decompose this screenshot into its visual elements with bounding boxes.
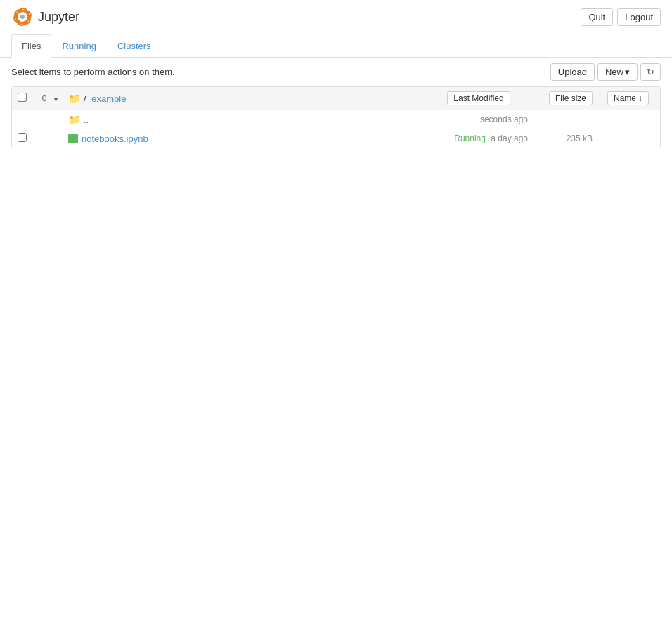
row-modified-parent: seconds ago <box>422 115 535 124</box>
tab-clusters[interactable]: Clusters <box>107 34 162 58</box>
toolbar: Select items to perform actions on them.… <box>0 58 672 86</box>
column-header-size: File size <box>535 91 598 105</box>
breadcrumb-separator: / <box>84 93 86 104</box>
last-modified-sort-button[interactable]: Last Modified <box>447 91 510 105</box>
notebook-modified-time: a day ago <box>491 134 528 143</box>
row-size-notebook: 235 kB <box>535 134 598 143</box>
column-header-name-sort: Name ↓ <box>598 91 654 105</box>
row-name-notebook: notebooks.ipynb <box>68 134 422 144</box>
svg-point-3 <box>20 15 25 19</box>
parent-dir-link[interactable]: .. <box>84 115 89 125</box>
notebook-checkbox[interactable] <box>18 133 27 142</box>
refresh-button[interactable]: ↻ <box>640 63 661 81</box>
logo: Jupyter <box>11 6 79 28</box>
breadcrumb-folder-link[interactable]: example <box>91 93 126 104</box>
tab-files[interactable]: Files <box>11 34 51 58</box>
dropdown-caret-icon: ▾ <box>54 96 58 103</box>
row-check-notebook[interactable] <box>18 133 34 144</box>
name-sort-label: Name <box>614 93 636 103</box>
table-row: notebooks.ipynb Running a day ago 235 kB <box>12 129 660 148</box>
quit-button[interactable]: Quit <box>581 8 613 26</box>
row-name-parent: 📁 .. <box>68 114 422 125</box>
file-list-header: 0 ▾ 📁 / example Last Modified File size … <box>12 87 660 110</box>
running-badge: Running <box>454 134 486 143</box>
select-info-text: Select items to perform actions on them. <box>11 67 175 77</box>
logout-button[interactable]: Logout <box>617 8 661 26</box>
jupyter-logo-icon <box>11 6 34 28</box>
name-sort-icon: ↓ <box>638 93 642 103</box>
column-header-modified: Last Modified <box>422 91 535 105</box>
select-all-checkbox[interactable] <box>18 93 27 102</box>
folder-icon: 📁 <box>68 93 80 104</box>
name-sort-button[interactable]: Name ↓ <box>607 91 649 105</box>
row-modified-notebook: Running a day ago <box>422 134 535 143</box>
notebook-file-link[interactable]: notebooks.ipynb <box>82 134 148 144</box>
selected-count: 0 <box>34 93 54 103</box>
upload-button[interactable]: Upload <box>550 63 595 81</box>
table-row: 📁 .. seconds ago <box>12 110 660 129</box>
file-size-sort-button[interactable]: File size <box>549 91 593 105</box>
app-title: Jupyter <box>38 10 79 25</box>
tabs: Files Running Clusters <box>0 34 672 58</box>
dropdown-toggle[interactable]: ▾ <box>54 93 68 104</box>
tab-running[interactable]: Running <box>51 34 106 58</box>
breadcrumb: 📁 / example <box>68 93 422 104</box>
select-all-check[interactable] <box>18 93 34 104</box>
file-list: 0 ▾ 📁 / example Last Modified File size … <box>11 86 661 148</box>
new-button-label: New <box>605 67 623 77</box>
new-button[interactable]: New ▾ <box>597 63 638 81</box>
toolbar-actions: Upload New ▾ ↻ <box>550 63 661 81</box>
breadcrumb-space <box>88 93 91 104</box>
header: Jupyter Quit Logout <box>0 0 672 34</box>
notebook-icon <box>68 134 78 143</box>
header-buttons: Quit Logout <box>581 8 661 26</box>
folder-up-icon: 📁 <box>68 114 80 125</box>
new-caret-icon: ▾ <box>625 67 630 77</box>
